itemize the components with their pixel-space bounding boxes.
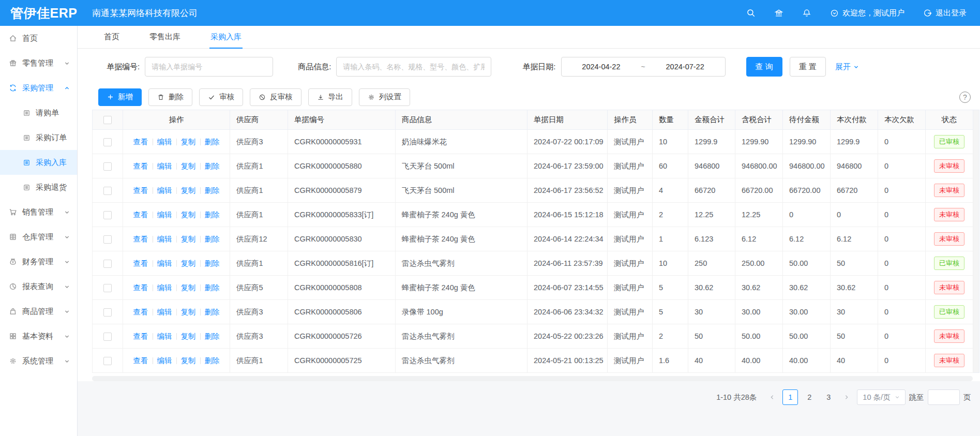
product-info-input[interactable] bbox=[336, 57, 491, 77]
copy-link[interactable]: 复制 bbox=[181, 283, 196, 292]
date-range-input[interactable]: 2024-04-22 ~ 2024-07-22 bbox=[561, 57, 726, 77]
view-link[interactable]: 查看 bbox=[133, 356, 148, 365]
vertical-scrollbar[interactable] bbox=[973, 110, 979, 373]
copy-link[interactable]: 复制 bbox=[181, 259, 196, 267]
delete-link[interactable]: 删除 bbox=[205, 283, 220, 292]
horizontal-scrollbar[interactable] bbox=[92, 376, 973, 381]
date-to-value[interactable]: 2024-07-22 bbox=[666, 63, 704, 71]
edit-link[interactable]: 编辑 bbox=[157, 162, 172, 170]
prev-page-button[interactable] bbox=[765, 389, 779, 405]
view-link[interactable]: 查看 bbox=[133, 162, 148, 170]
sidebar-item-home[interactable]: 首页 bbox=[0, 26, 77, 51]
copy-link[interactable]: 复制 bbox=[181, 211, 196, 219]
row-checkbox[interactable] bbox=[103, 333, 112, 341]
delete-link[interactable]: 删除 bbox=[205, 235, 220, 243]
page-size-select[interactable]: 10 条/页 bbox=[857, 389, 905, 405]
delete-link[interactable]: 删除 bbox=[205, 186, 220, 194]
sidebar-item-label: 请购单 bbox=[36, 108, 59, 118]
delete-link[interactable]: 删除 bbox=[205, 259, 220, 267]
help-icon[interactable] bbox=[959, 92, 971, 103]
edit-link[interactable]: 编辑 bbox=[157, 186, 172, 194]
edit-link[interactable]: 编辑 bbox=[157, 356, 172, 365]
row-checkbox[interactable] bbox=[103, 187, 112, 195]
view-link[interactable]: 查看 bbox=[133, 211, 148, 219]
sidebar-item-sales-mgmt[interactable]: 销售管理 bbox=[0, 200, 77, 224]
edit-link[interactable]: 编辑 bbox=[157, 332, 172, 340]
next-page-button[interactable] bbox=[840, 389, 853, 405]
copy-link[interactable]: 复制 bbox=[181, 356, 196, 365]
edit-link[interactable]: 编辑 bbox=[157, 211, 172, 219]
view-link[interactable]: 查看 bbox=[133, 186, 148, 194]
tab-home[interactable]: 首页 bbox=[89, 26, 134, 48]
sidebar-item-finance-mgmt[interactable]: 财务管理 bbox=[0, 249, 77, 274]
row-checkbox[interactable] bbox=[103, 235, 112, 244]
sidebar-item-basic-data[interactable]: 基本资料 bbox=[0, 324, 77, 349]
sidebar-item-report-query[interactable]: 报表查询 bbox=[0, 274, 77, 299]
view-link[interactable]: 查看 bbox=[133, 138, 148, 146]
unaudit-button[interactable]: 反审核 bbox=[250, 88, 301, 106]
bill-no-input[interactable] bbox=[145, 57, 273, 77]
tab-retail-outbound[interactable]: 零售出库 bbox=[134, 26, 195, 48]
delete-link[interactable]: 删除 bbox=[205, 138, 220, 146]
delete-link[interactable]: 删除 bbox=[205, 308, 220, 316]
delete-link[interactable]: 删除 bbox=[205, 211, 220, 219]
view-link[interactable]: 查看 bbox=[133, 283, 148, 292]
page-button-1[interactable]: 1 bbox=[782, 389, 798, 405]
view-link[interactable]: 查看 bbox=[133, 259, 148, 267]
page-button-3[interactable]: 3 bbox=[821, 389, 836, 405]
logout-button[interactable]: 退出登录 bbox=[923, 8, 967, 18]
edit-link[interactable]: 编辑 bbox=[157, 259, 172, 267]
bell-icon[interactable] bbox=[802, 8, 811, 18]
jump-page-input[interactable] bbox=[928, 389, 960, 405]
delete-button[interactable]: 删除 bbox=[148, 88, 192, 106]
copy-link[interactable]: 复制 bbox=[181, 186, 196, 194]
sidebar-item-purchase-inbound[interactable]: 采购入库 bbox=[0, 150, 77, 175]
edit-link[interactable]: 编辑 bbox=[157, 283, 172, 292]
row-checkbox[interactable] bbox=[103, 260, 112, 268]
delete-link[interactable]: 删除 bbox=[205, 356, 220, 365]
column-settings-button[interactable]: 列设置 bbox=[359, 88, 411, 106]
bill-no-cell: CGRK00000005816[订] bbox=[294, 259, 373, 267]
page-button-2[interactable]: 2 bbox=[802, 389, 817, 405]
search-button[interactable]: 查 询 bbox=[746, 57, 782, 77]
row-checkbox[interactable] bbox=[103, 162, 112, 171]
sidebar-item-purchase-request[interactable]: 请购单 bbox=[0, 100, 77, 125]
date-from-value[interactable]: 2024-04-22 bbox=[582, 63, 620, 71]
select-all-checkbox[interactable] bbox=[103, 116, 112, 124]
edit-link[interactable]: 编辑 bbox=[157, 235, 172, 243]
sidebar-item-warehouse-mgmt[interactable]: 仓库管理 bbox=[0, 224, 77, 249]
col-header-amount: 金额合计 bbox=[688, 110, 735, 130]
row-checkbox[interactable] bbox=[103, 357, 112, 365]
sidebar-item-product-mgmt[interactable]: 商品管理 bbox=[0, 299, 77, 324]
edit-link[interactable]: 编辑 bbox=[157, 138, 172, 146]
bank-icon[interactable] bbox=[774, 8, 783, 18]
delete-link[interactable]: 删除 bbox=[205, 162, 220, 170]
view-link[interactable]: 查看 bbox=[133, 235, 148, 243]
copy-link[interactable]: 复制 bbox=[181, 332, 196, 340]
sidebar-item-system-mgmt[interactable]: 系统管理 bbox=[0, 349, 77, 373]
sidebar-item-purchase-mgmt[interactable]: 采购管理 bbox=[0, 76, 77, 100]
edit-link[interactable]: 编辑 bbox=[157, 308, 172, 316]
copy-link[interactable]: 复制 bbox=[181, 138, 196, 146]
view-link[interactable]: 查看 bbox=[133, 332, 148, 340]
audit-button[interactable]: 审核 bbox=[199, 88, 243, 106]
row-checkbox[interactable] bbox=[103, 308, 112, 317]
row-checkbox[interactable] bbox=[103, 284, 112, 292]
export-button[interactable]: 导出 bbox=[308, 88, 352, 106]
sidebar-item-retail-mgmt[interactable]: 零售管理 bbox=[0, 51, 77, 76]
delete-link[interactable]: 删除 bbox=[205, 332, 220, 340]
row-checkbox[interactable] bbox=[103, 138, 112, 146]
sidebar-item-purchase-order[interactable]: 采购订单 bbox=[0, 125, 77, 150]
add-button[interactable]: 新增 bbox=[98, 88, 142, 106]
tab-purchase-inbound[interactable]: 采购入库 bbox=[195, 26, 257, 48]
reset-button[interactable]: 重 置 bbox=[790, 57, 826, 77]
copy-link[interactable]: 复制 bbox=[181, 308, 196, 316]
sidebar-item-purchase-return[interactable]: 采购退货 bbox=[0, 175, 77, 200]
search-icon[interactable] bbox=[746, 8, 756, 18]
user-menu[interactable]: 欢迎您，测试用户 bbox=[830, 8, 904, 18]
row-checkbox[interactable] bbox=[103, 211, 112, 219]
copy-link[interactable]: 复制 bbox=[181, 235, 196, 243]
expand-link[interactable]: 展开 bbox=[835, 62, 859, 72]
copy-link[interactable]: 复制 bbox=[181, 162, 196, 170]
view-link[interactable]: 查看 bbox=[133, 308, 148, 316]
